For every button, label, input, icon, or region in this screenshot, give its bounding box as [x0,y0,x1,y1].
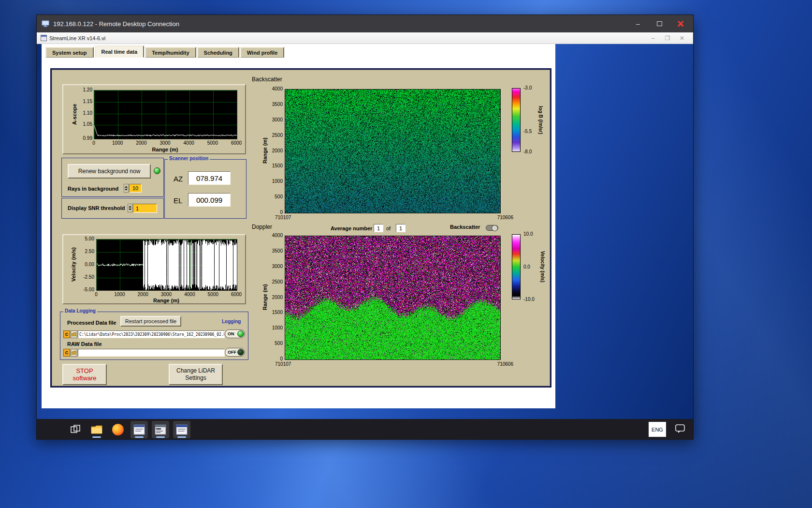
doppler-y-ticks: 40003500300025002000150010005000 [267,236,283,359]
raw-drive-icon[interactable]: C [63,349,70,357]
rdp-minimize-button[interactable]: – [627,15,649,32]
ascope-y-axis-label: A-scope [71,90,78,138]
restart-processed-file-button[interactable]: Restart processed file [120,316,181,327]
rays-spinner[interactable] [124,184,129,193]
app-icon [41,35,47,41]
app-window-icon-2[interactable] [173,421,190,438]
taskbar [37,419,693,440]
tab-real-time-data[interactable]: Real time data [95,45,145,58]
of-label: of [386,225,391,231]
velocity-y-axis-label: Velocity (m/s) [70,239,77,290]
backscatter-colorbar [512,88,521,152]
remote-desktop-icon [42,20,49,27]
doppler-colorbar [512,234,521,299]
raw-logging-toggle[interactable]: OFF [225,348,245,357]
vi-front-panel: System setup Real time data Temp/humidit… [42,44,555,408]
app-title: StreamLine XR v14-6.vi [49,35,105,41]
ascope-x-axis-label: Range (m) [94,147,236,152]
browse-folder-icon[interactable] [71,330,77,338]
rdp-titlebar: 192.168.0.122 - Remote Desktop Connectio… [37,15,693,32]
desktop-wallpaper: 192.168.0.122 - Remote Desktop Connectio… [0,0,812,508]
scanner-position-title: Scanner position [168,156,210,161]
tab-scheduling[interactable]: Scheduling [197,47,239,58]
app-client-area: System setup Real time data Temp/humidit… [37,44,693,419]
snr-threshold-label: Display SNR threshold [68,205,125,211]
doppler-heatmap [285,236,501,360]
chat-icon[interactable] [675,424,685,435]
scan-scheduler-icon[interactable] [152,421,169,438]
tab-bar: System setup Real time data Temp/humidit… [45,45,284,58]
rays-value-field[interactable]: 10 [129,184,142,193]
backscatter-x-start: 710107 [275,215,291,220]
el-label: EL [174,196,182,205]
logging-on-label: ON [228,331,237,336]
rdp-title: 192.168.0.122 - Remote Desktop Connectio… [53,20,179,28]
scan-scheduler-running-indicator [156,436,165,438]
ascope-x-ticks: 0100020003000400050006000 [94,140,236,146]
raw-browse-folder-icon[interactable] [71,349,77,357]
tab-system-setup[interactable]: System setup [45,47,94,58]
raw-path-row: C [63,349,225,357]
logging-on-led [237,330,244,337]
renew-background-button[interactable]: Renew background now [68,164,151,179]
change-label-2: Settings [185,374,206,382]
snr-value-field[interactable]: 1 [133,204,157,213]
processed-logging-toggle[interactable]: ON [225,329,245,338]
average-number-field[interactable]: 1 [374,224,383,232]
logging-off-led [237,349,244,356]
app-minimize-button[interactable]: – [646,32,660,44]
average-number-label: Average number [331,225,372,231]
explorer-running-indicator [92,436,101,438]
app-window-icon-1[interactable] [130,421,148,438]
doppler-colorbar-ticks: 10.00.0-10.0 [523,234,540,299]
change-label-1: Change LiDAR [176,367,215,374]
firefox-icon[interactable] [109,421,127,438]
drive-icon[interactable]: C [63,330,70,338]
doppler-title: Doppler [252,224,272,230]
rdp-close-button[interactable]: ✕ [670,15,691,32]
el-value-field: 000.099 [188,193,231,207]
velocity-y-ticks: 5.002.500.00-2.50-5.00 [78,239,94,290]
doppler-colorbar-label: Velocity (m/s) [539,234,546,299]
stop-software-button[interactable]: STOP software [62,364,107,385]
rdp-maximize-button[interactable] [649,15,670,32]
app2-running-indicator [177,436,186,438]
processed-data-file-label: Processed Data file [67,320,116,326]
app-titlebar: StreamLine XR v14-6.vi [37,32,693,44]
backscatter-y-ticks: 40003500300025002000150010005000 [267,89,283,212]
data-logging-title: Data Logging [63,308,97,314]
logging-label: Logging [222,319,241,324]
rdp-window: 192.168.0.122 - Remote Desktop Connectio… [36,15,694,439]
ascope-graph-group: A-scope 1.201.151.101.050.99 01000200030… [62,84,246,154]
doppler-x-start: 710107 [275,361,291,367]
language-indicator[interactable]: ENG [649,422,666,437]
raw-path-field[interactable] [78,349,225,357]
backscatter-colorbar-label: log B (/m/sr) [537,88,544,152]
processed-path-field[interactable]: C:\Lidar\Data\Proc\2023\202309\20230906\… [78,330,225,338]
tab-wind-profile[interactable]: Wind profile [240,47,284,58]
average-total-field[interactable]: 1 [396,224,406,232]
stop-label-1: STOP [76,367,93,374]
velocity-x-axis-label: Range (m) [96,298,236,303]
velocity-x-ticks: 0100020003000400050006000 [96,292,236,298]
backscatter-x-end: 710606 [484,215,513,220]
app1-running-indicator [135,436,144,438]
processed-path-row: C C:\Lidar\Data\Proc\2023\202309\2023090… [63,330,225,338]
app-close-button[interactable]: ✕ [675,32,689,44]
snr-spinner[interactable] [128,204,132,212]
task-view-icon[interactable] [67,421,84,438]
doppler-x-end: 710606 [484,361,513,367]
backscatter-heatmap [285,89,501,213]
app-restore-button[interactable]: ❐ [660,32,675,44]
velocity-plot [96,239,237,291]
change-lidar-settings-button[interactable]: Change LiDAR Settings [169,364,223,385]
backscatter-toggle-label: Backscatter [450,224,480,230]
stop-label-2: software [72,374,96,382]
raw-data-file-label: RAW Data file [67,341,102,347]
tab-temp-humidity[interactable]: Temp/humidity [145,47,196,58]
snr-threshold-box: Display SNR threshold 1 [61,198,164,219]
main-panel: A-scope 1.201.151.101.050.99 01000200030… [50,68,551,388]
backscatter-doppler-toggle[interactable] [486,225,498,231]
rays-in-background-label: Rays in background [68,186,118,192]
file-explorer-icon[interactable] [88,421,105,438]
